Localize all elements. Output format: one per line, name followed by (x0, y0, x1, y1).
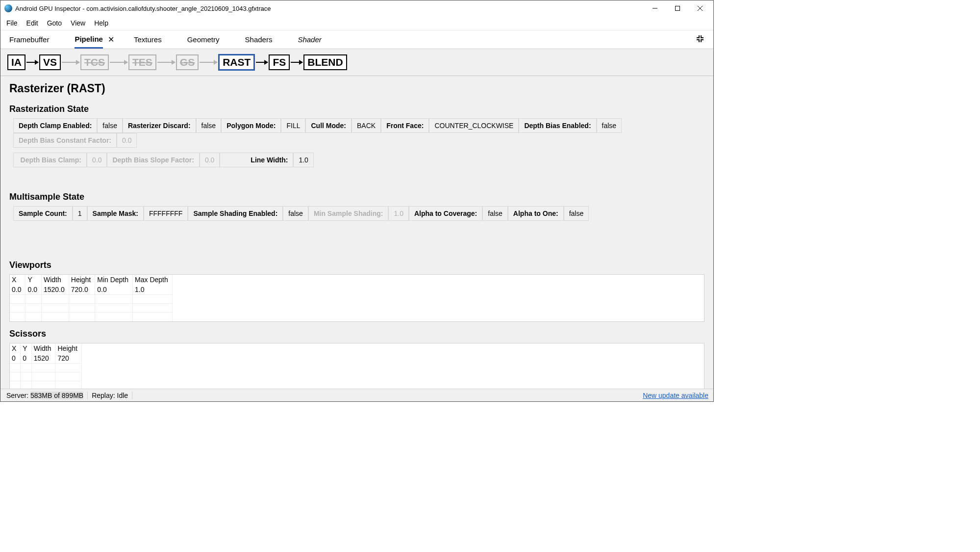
table-row (10, 381, 81, 389)
maximize-button[interactable] (666, 0, 689, 16)
menu-goto[interactable]: Goto (43, 17, 66, 29)
table-header[interactable]: Width (41, 275, 69, 285)
prop-label: Rasterizer Discard: (123, 118, 196, 133)
status-replay: Replay: Idle (88, 392, 132, 399)
window-title: Android GPU Inspector - com.activision.c… (15, 5, 644, 12)
stage-fs[interactable]: FS (269, 54, 290, 70)
prop-label: Sample Count: (13, 206, 73, 221)
prop-label: Polygon Mode: (221, 118, 281, 133)
tab-geometry[interactable]: Geometry (187, 31, 220, 48)
stage-rast[interactable]: RAST (218, 54, 255, 71)
close-button[interactable] (689, 0, 711, 16)
table-row (10, 372, 81, 381)
pipeline-arrow (62, 62, 79, 63)
prop-value: FILL (281, 118, 305, 133)
titlebar: Android GPU Inspector - com.activision.c… (0, 0, 713, 16)
prop-value: FFFFFFFF (144, 206, 188, 221)
prop-label: Alpha to One: (508, 206, 564, 221)
table-row (10, 363, 81, 372)
prop-label: Line Width: (220, 153, 293, 167)
prop-label: Alpha to Coverage: (409, 206, 482, 221)
menu-view[interactable]: View (67, 17, 89, 29)
prop-label: Depth Bias Clamp: (13, 153, 87, 167)
prop-value: 1 (73, 206, 87, 221)
table-header[interactable]: Height (55, 343, 81, 353)
pipeline-arrow (157, 62, 175, 63)
table-header[interactable]: Min Depth (95, 275, 133, 285)
tab-close-icon[interactable]: ✕ (108, 35, 114, 44)
multisample-state-heading: Multisample State (9, 192, 704, 202)
table-row[interactable]: 001520720 (10, 353, 81, 364)
stage-blend[interactable]: BLEND (303, 54, 347, 70)
table-row (10, 313, 172, 321)
table-header[interactable]: Y (21, 343, 31, 353)
prop-label: Cull Mode: (305, 118, 352, 133)
table-header[interactable]: X (10, 343, 21, 353)
table-header[interactable]: Y (25, 275, 41, 285)
viewports-heading: Viewports (9, 260, 704, 270)
prop-label: Sample Mask: (87, 206, 144, 221)
minimize-button[interactable] (644, 0, 666, 16)
table-header[interactable]: X (10, 275, 25, 285)
prop-value: false (564, 206, 589, 221)
prop-label: Depth Clamp Enabled: (13, 118, 97, 133)
tab-shaders[interactable]: Shaders (245, 31, 273, 48)
update-available-link[interactable]: New update available (643, 392, 711, 399)
stage-vs[interactable]: VS (39, 54, 61, 70)
prop-value: 0.0 (87, 153, 107, 167)
stage-gs[interactable]: GS (176, 54, 199, 70)
rasterization-state-heading: Rasterization State (9, 104, 704, 114)
tab-pipeline[interactable]: Pipeline (75, 31, 103, 49)
table-row (10, 295, 172, 304)
prop-label: Depth Bias Constant Factor: (13, 133, 117, 148)
prop-value: false (482, 206, 508, 221)
prop-label: Depth Bias Slope Factor: (107, 153, 199, 167)
rasterization-props-row2: Depth Bias Clamp:0.0Depth Bias Slope Fac… (13, 153, 314, 167)
pipeline-stages: IAVSTCSTESGSRASTFSBLEND (0, 49, 713, 76)
tab-textures[interactable]: Textures (134, 31, 162, 48)
pipeline-arrow (256, 62, 268, 63)
table-row (10, 304, 172, 313)
prop-label: Depth Bias Enabled: (519, 118, 596, 133)
content-area: Rasterizer (RAST) Rasterization State De… (0, 76, 713, 389)
table-header[interactable]: Width (31, 343, 55, 353)
collapse-icon[interactable] (696, 34, 704, 45)
prop-value: 1.0 (293, 153, 313, 167)
scissors-heading: Scissors (9, 329, 704, 339)
stage-tcs[interactable]: TCS (80, 54, 109, 70)
table-header[interactable]: Height (69, 275, 95, 285)
prop-value: COUNTER_CLOCKWISE (429, 118, 519, 133)
stage-ia[interactable]: IA (7, 54, 25, 70)
statusbar: Server: 583MB of 899MB Replay: Idle New … (0, 389, 713, 401)
prop-value: false (196, 118, 222, 133)
prop-value: 0.0 (200, 153, 220, 167)
pipeline-arrow (200, 62, 217, 63)
menu-file[interactable]: File (2, 17, 22, 29)
pipeline-arrow (291, 62, 302, 63)
prop-value: false (283, 206, 308, 221)
pipeline-arrow (110, 62, 127, 63)
prop-value: false (597, 118, 622, 133)
tabstrip: Framebuffer Pipeline ✕ Textures Geometry… (0, 30, 713, 49)
prop-value: BACK (352, 118, 381, 133)
tab-framebuffer[interactable]: Framebuffer (9, 31, 49, 48)
prop-label: Min Sample Shading: (308, 206, 389, 221)
table-header[interactable]: Max Depth (133, 275, 173, 285)
table-row[interactable]: 0.00.01520.0720.00.01.0 (10, 285, 172, 295)
prop-label: Sample Shading Enabled: (188, 206, 283, 221)
tab-shader[interactable]: Shader (298, 31, 321, 48)
prop-value: 0.0 (117, 133, 137, 148)
svg-rect-1 (676, 6, 680, 11)
prop-value: 1.0 (388, 206, 408, 221)
multisample-props: Sample Count:1Sample Mask:FFFFFFFFSample… (13, 206, 589, 221)
status-server: Server: 583MB of 899MB (2, 392, 88, 399)
menu-edit[interactable]: Edit (23, 17, 42, 29)
page-title: Rasterizer (RAST) (9, 82, 704, 95)
pipeline-arrow (26, 62, 38, 63)
menu-help[interactable]: Help (90, 17, 112, 29)
prop-label: Front Face: (381, 118, 429, 133)
rasterization-props-row1: Depth Clamp Enabled:falseRasterizer Disc… (13, 118, 704, 148)
stage-tes[interactable]: TES (128, 54, 156, 70)
prop-value: false (97, 118, 123, 133)
scissors-table: XYWidthHeight001520720 (9, 343, 704, 389)
